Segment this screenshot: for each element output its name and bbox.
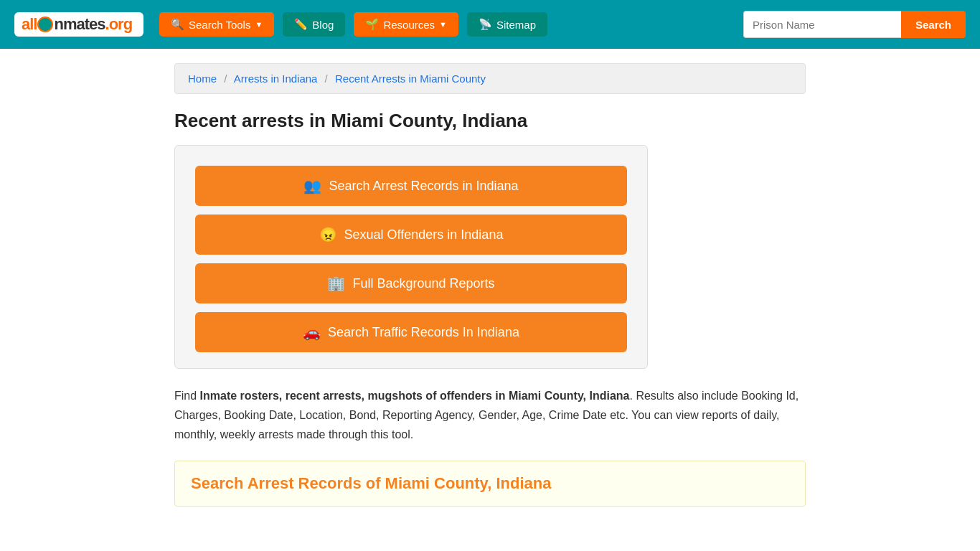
resources-label: Resources (383, 19, 435, 31)
logo-org: .org (105, 15, 133, 33)
sitemap-label: Sitemap (496, 19, 536, 31)
blog-button[interactable]: ✏️ Blog (283, 12, 345, 37)
description-bold: Inmate rosters, recent arrests, mugshots… (200, 390, 630, 402)
background-reports-button[interactable]: 🏢 Full Background Reports (195, 263, 627, 303)
sexual-offenders-icon: 😠 (319, 226, 337, 243)
blog-icon: ✏️ (294, 18, 308, 31)
logo-inmates: nmates (54, 15, 105, 33)
breadcrumb: Home / Arrests in Indiana / Recent Arres… (174, 63, 806, 94)
search-tools-caret: ▼ (255, 20, 263, 29)
traffic-records-button[interactable]: 🚗 Search Traffic Records In Indiana (195, 312, 627, 352)
description-intro: Find (174, 390, 200, 402)
site-header: allnmates.org 🔍 Search Tools ▼ ✏️ Blog 🌱… (0, 0, 980, 49)
resources-icon: 🌱 (365, 18, 379, 31)
section-box: Search Arrest Records of Miami County, I… (174, 461, 806, 507)
search-tools-button[interactable]: 🔍 Search Tools ▼ (159, 12, 274, 37)
search-tools-icon: 🔍 (171, 18, 184, 31)
sitemap-icon: 📡 (479, 18, 492, 31)
breadcrumb-home[interactable]: Home (188, 72, 217, 85)
sitemap-button[interactable]: 📡 Sitemap (467, 12, 547, 37)
blog-label: Blog (312, 19, 334, 31)
search-arrest-icon: 👥 (303, 177, 321, 194)
breadcrumb-arrests-indiana[interactable]: Arrests in Indiana (234, 72, 318, 85)
traffic-records-icon: 🚗 (303, 324, 321, 341)
traffic-records-label: Search Traffic Records In Indiana (328, 325, 519, 340)
sexual-offenders-label: Sexual Offenders in Indiana (344, 227, 504, 242)
page-title: Recent arrests in Miami County, Indiana (174, 110, 806, 132)
description-text: Find Inmate rosters, recent arrests, mug… (174, 386, 806, 445)
logo-all: all (22, 15, 37, 33)
sexual-offenders-button[interactable]: 😠 Sexual Offenders in Indiana (195, 215, 627, 255)
site-logo[interactable]: allnmates.org (14, 12, 143, 37)
section-box-title: Search Arrest Records of Miami County, I… (191, 474, 789, 493)
background-reports-icon: 🏢 (327, 275, 345, 292)
action-button-box: 👥 Search Arrest Records in Indiana 😠 Sex… (174, 145, 648, 369)
breadcrumb-sep-2: / (325, 72, 328, 85)
main-content: Home / Arrests in Indiana / Recent Arres… (160, 63, 820, 507)
logo-text: allnmates.org (22, 15, 132, 34)
resources-caret: ▼ (439, 20, 447, 29)
logo-icon (37, 17, 53, 32)
prison-search-button[interactable]: Search (901, 11, 966, 38)
breadcrumb-current: Recent Arrests in Miami County (335, 72, 486, 85)
resources-button[interactable]: 🌱 Resources ▼ (354, 12, 458, 37)
prison-search-input[interactable] (743, 11, 901, 38)
search-arrest-label: Search Arrest Records in Indiana (329, 179, 518, 194)
background-reports-label: Full Background Reports (352, 276, 494, 291)
header-search: Search (743, 11, 966, 38)
search-tools-label: Search Tools (189, 19, 250, 31)
search-arrest-button[interactable]: 👥 Search Arrest Records in Indiana (195, 166, 627, 206)
breadcrumb-sep-1: / (224, 72, 227, 85)
